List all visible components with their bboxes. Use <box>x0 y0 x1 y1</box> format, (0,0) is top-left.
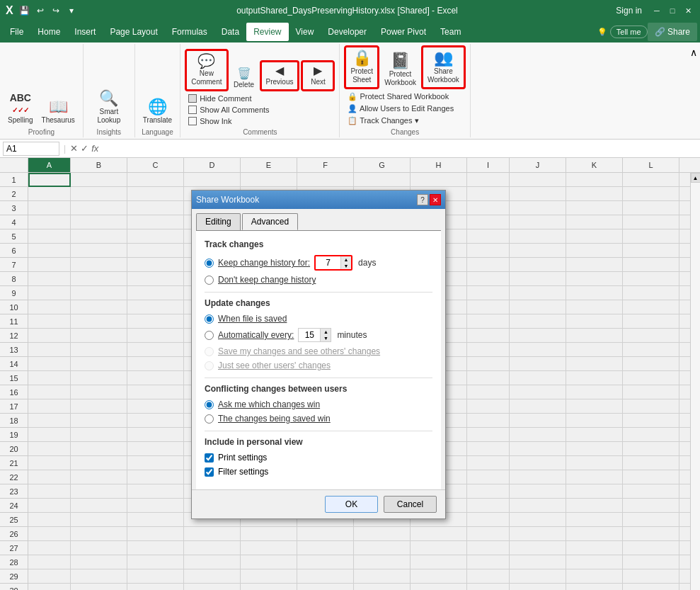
cell-A5[interactable] <box>28 229 71 244</box>
cell-M28[interactable] <box>679 555 690 569</box>
cell-M27[interactable] <box>679 541 690 555</box>
cell-L21[interactable] <box>623 456 679 470</box>
cell-J17[interactable] <box>510 399 566 414</box>
customize-qa-button[interactable]: ▾ <box>64 4 79 18</box>
cell-A2[interactable] <box>28 187 71 201</box>
cell-B8[interactable] <box>71 272 127 286</box>
cell-L22[interactable] <box>623 470 679 484</box>
cell-J1[interactable] <box>510 173 566 187</box>
cell-A7[interactable] <box>28 258 71 272</box>
cell-G28[interactable] <box>354 555 411 569</box>
minutes-input[interactable] <box>299 329 320 341</box>
cell-L29[interactable] <box>623 569 679 584</box>
cell-C15[interactable] <box>127 371 184 385</box>
cell-K7[interactable] <box>566 258 623 272</box>
cell-L10[interactable] <box>623 300 679 314</box>
cell-L4[interactable] <box>623 215 679 229</box>
cell-M10[interactable] <box>679 300 690 314</box>
cell-D28[interactable] <box>184 555 241 569</box>
redo-button[interactable]: ↪ <box>49 4 63 18</box>
cell-K27[interactable] <box>566 541 623 555</box>
ask-me-radio[interactable] <box>205 400 214 409</box>
cell-K5[interactable] <box>566 229 623 244</box>
cell-A18[interactable] <box>28 414 71 428</box>
dialog-tab-editing[interactable]: Editing <box>196 213 241 230</box>
cell-F1[interactable] <box>297 173 354 187</box>
cell-J30[interactable] <box>510 584 566 590</box>
cell-C7[interactable] <box>127 258 184 272</box>
col-header-C[interactable]: C <box>127 158 184 172</box>
cell-B19[interactable] <box>71 428 127 442</box>
cell-M4[interactable] <box>679 215 690 229</box>
cell-J10[interactable] <box>510 300 566 314</box>
dialog-tab-advanced[interactable]: Advanced <box>242 213 298 230</box>
cell-K30[interactable] <box>566 584 623 590</box>
cell-I27[interactable] <box>467 541 510 555</box>
dialog-close-button[interactable]: ✕ <box>430 194 441 205</box>
cell-A24[interactable] <box>28 499 71 513</box>
cell-I26[interactable] <box>467 527 510 541</box>
cell-K4[interactable] <box>566 215 623 229</box>
cell-I6[interactable] <box>467 244 510 258</box>
next-button[interactable]: ▶ Next <box>304 63 332 89</box>
cell-M3[interactable] <box>679 201 690 215</box>
cell-L3[interactable] <box>623 201 679 215</box>
protect-workbook-button[interactable]: 📓 ProtectWorkbook <box>381 51 420 89</box>
cell-B17[interactable] <box>71 399 127 414</box>
cell-C1[interactable] <box>127 173 184 187</box>
cell-M29[interactable] <box>679 569 690 584</box>
cell-I3[interactable] <box>467 201 510 215</box>
cell-L2[interactable] <box>623 187 679 201</box>
cell-M1[interactable] <box>679 173 690 187</box>
cell-J5[interactable] <box>510 229 566 244</box>
cell-J23[interactable] <box>510 484 566 499</box>
cell-G26[interactable] <box>354 527 411 541</box>
cell-J6[interactable] <box>510 244 566 258</box>
cell-I12[interactable] <box>467 329 510 343</box>
cell-L25[interactable] <box>623 513 679 527</box>
cell-A21[interactable] <box>28 456 71 470</box>
col-header-M[interactable]: M <box>679 158 700 172</box>
cell-G30[interactable] <box>354 584 411 590</box>
cell-J28[interactable] <box>510 555 566 569</box>
cell-A16[interactable] <box>28 385 71 399</box>
col-header-B[interactable]: B <box>71 158 127 172</box>
thesaurus-button[interactable]: 📖 Thesaurus <box>38 97 79 127</box>
cell-F29[interactable] <box>297 569 354 584</box>
cell-C6[interactable] <box>127 244 184 258</box>
menu-page-layout[interactable]: Page Layout <box>103 23 164 41</box>
cell-E30[interactable] <box>241 584 297 590</box>
cell-D30[interactable] <box>184 584 241 590</box>
cell-B3[interactable] <box>71 201 127 215</box>
cell-L16[interactable] <box>623 385 679 399</box>
cell-C19[interactable] <box>127 428 184 442</box>
cell-B22[interactable] <box>71 470 127 484</box>
cell-K6[interactable] <box>566 244 623 258</box>
cell-C4[interactable] <box>127 215 184 229</box>
cell-B16[interactable] <box>71 385 127 399</box>
cell-C3[interactable] <box>127 201 184 215</box>
cell-A4[interactable] <box>28 215 71 229</box>
cell-K9[interactable] <box>566 286 623 300</box>
scroll-track[interactable] <box>691 183 701 590</box>
cell-M20[interactable] <box>679 442 690 456</box>
menu-view[interactable]: View <box>289 23 321 41</box>
cell-M14[interactable] <box>679 357 690 371</box>
cell-M17[interactable] <box>679 399 690 414</box>
cell-C23[interactable] <box>127 484 184 499</box>
cell-K23[interactable] <box>566 484 623 499</box>
cell-C21[interactable] <box>127 456 184 470</box>
protect-sheet-button[interactable]: 🔒 ProtectSheet <box>347 48 377 86</box>
cell-B6[interactable] <box>71 244 127 258</box>
cell-K1[interactable] <box>566 173 623 187</box>
cell-B25[interactable] <box>71 513 127 527</box>
cell-B27[interactable] <box>71 541 127 555</box>
cell-D26[interactable] <box>184 527 241 541</box>
cell-I15[interactable] <box>467 371 510 385</box>
cell-B29[interactable] <box>71 569 127 584</box>
cell-M16[interactable] <box>679 385 690 399</box>
ok-button[interactable]: OK <box>325 496 378 513</box>
days-decrement-button[interactable]: ▼ <box>341 263 351 269</box>
cell-C8[interactable] <box>127 272 184 286</box>
delete-comment-button[interactable]: 🗑️ Delete <box>230 66 258 91</box>
